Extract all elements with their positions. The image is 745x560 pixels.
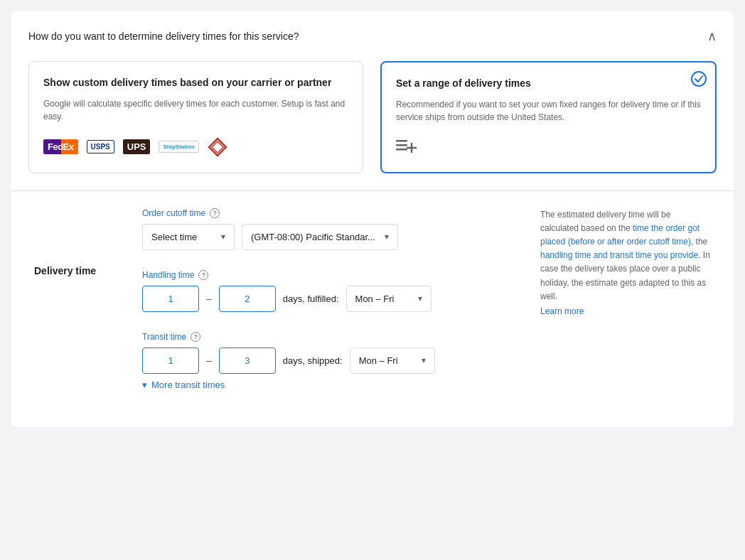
collapse-button[interactable]: ∧ [707,28,717,44]
svg-rect-4 [396,149,407,151]
form-area: Order cutoff time ? Select time ▾ (GMT-0… [142,208,518,410]
check-icon [694,74,704,84]
handling-min-input[interactable]: 1 [142,286,199,312]
transit-time-row: 1 – 3 days, shipped: Mon – Fri ▾ [142,348,518,374]
bottom-inner: Delivery time Order cutoff time ? Select… [34,208,711,410]
transit-days-value: Mon – Fri [359,355,398,366]
handling-time-group: Handling time ? 1 – 2 days, fulfilled: M… [142,270,518,312]
handling-days-text: days, fulfilled: [283,294,339,304]
handling-days-chevron: ▾ [418,294,422,303]
bottom-section: Delivery time Order cutoff time ? Select… [11,191,734,427]
card-range-icon-area [396,138,701,158]
svg-rect-2 [396,140,407,142]
card-range-desc: Recommended if you want to set your own … [396,98,701,124]
handling-days-dropdown[interactable]: Mon – Fri ▾ [346,286,432,312]
usps-logo: USPS [87,140,114,154]
order-cutoff-label-text: Order cutoff time [142,208,205,218]
transit-days-chevron: ▾ [422,355,426,365]
more-transit-times-button[interactable]: ▾ More transit times [142,379,518,390]
right-info-box: The estimated delivery time will be calc… [540,208,711,410]
more-transit-label: More transit times [151,379,225,390]
timezone-chevron: ▾ [385,232,389,242]
card-range-check [691,71,707,87]
handling-time-help-icon[interactable]: ? [198,270,208,280]
top-header: How do you want to determine delivery ti… [28,28,717,44]
order-cutoff-help-icon[interactable]: ? [210,208,220,218]
info-text-highlight-2: handling time and transit time you provi… [540,250,698,260]
info-text: The estimated delivery time will be calc… [540,208,711,303]
handling-time-label: Handling time ? [142,270,518,280]
select-time-dropdown[interactable]: Select time ▾ [142,224,235,250]
handling-max-input[interactable]: 2 [219,286,276,312]
delivery-time-label: Delivery time [34,208,119,410]
shipstation-logo: ShipStation [159,141,198,153]
transit-days-text: days, shipped: [283,355,343,366]
order-cutoff-group: Order cutoff time ? Select time ▾ (GMT-0… [142,208,518,250]
transit-min-input[interactable]: 1 [142,348,199,374]
card-range-title: Set a range of delivery times [396,77,701,91]
handling-time-label-text: Handling time [142,270,194,280]
header-question: How do you want to determine delivery ti… [28,31,299,42]
order-cutoff-row: Select time ▾ (GMT-08:00) Pacific Standa… [142,224,518,250]
more-transit-chevron: ▾ [142,379,147,390]
card-carrier-logos: FedEx USPS UPS ShipStation [43,137,348,157]
timezone-dropdown[interactable]: (GMT-08:00) Pacific Standar... ▾ [242,224,398,250]
select-time-value: Select time [151,232,197,242]
svg-rect-3 [396,144,407,146]
transit-time-label: Transit time ? [142,332,518,342]
card-carrier-title: Show custom delivery times based on your… [43,76,348,90]
transit-time-label-text: Transit time [142,332,186,342]
transit-time-group: Transit time ? 1 – 3 days, shipped: Mon … [142,332,518,390]
card-carrier-desc: Google will calculate specific delivery … [43,97,348,123]
list-add-icon [396,138,422,158]
transit-max-input[interactable]: 3 [219,348,276,374]
diamond-logo [208,137,227,157]
handling-days-value: Mon – Fri [355,294,395,304]
learn-more-link[interactable]: Learn more [540,306,584,316]
order-cutoff-label: Order cutoff time ? [142,208,518,218]
cards-row: Show custom delivery times based on your… [28,61,717,173]
transit-dash: – [206,355,212,366]
ups-logo: UPS [123,139,151,154]
fedex-logo: FedEx [43,139,78,154]
top-section: How do you want to determine delivery ti… [11,11,734,191]
transit-time-help-icon[interactable]: ? [191,332,200,342]
transit-days-dropdown[interactable]: Mon – Fri ▾ [350,348,435,374]
handling-dash: – [206,293,212,304]
card-range[interactable]: Set a range of delivery times Recommende… [380,61,717,173]
select-time-chevron: ▾ [221,232,225,242]
handling-time-row: 1 – 2 days, fulfilled: Mon – Fri ▾ [142,286,518,312]
info-text-2: , the [691,237,707,247]
card-carrier[interactable]: Show custom delivery times based on your… [28,61,363,173]
main-container: How do you want to determine delivery ti… [11,11,734,427]
timezone-value: (GMT-08:00) Pacific Standar... [251,232,375,242]
